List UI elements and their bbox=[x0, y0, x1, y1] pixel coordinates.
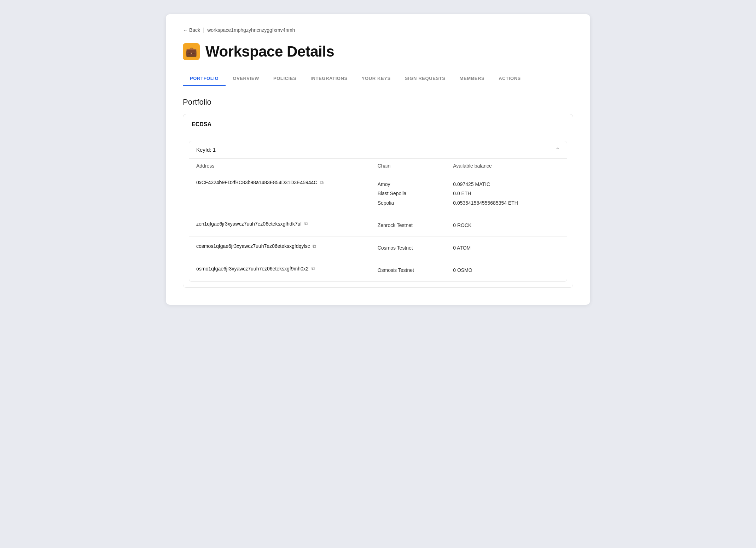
chain-name: Sepolia bbox=[378, 198, 439, 208]
back-button[interactable]: ← Back bbox=[183, 27, 200, 33]
address-cell: cosmos1qfgae6jr3xyawcz7uuh7ez06eteksxgfd… bbox=[189, 237, 371, 259]
key-header[interactable]: KeyId: 1 ⌃ bbox=[189, 141, 567, 158]
chevron-up-icon: ⌃ bbox=[556, 147, 560, 152]
address-cell: zen1qfgae6jr3xyawcz7uuh7ez06eteksxgfhdk7… bbox=[189, 214, 371, 237]
workspace-icon: 💼 bbox=[183, 43, 200, 60]
tab-integrations[interactable]: INTEGRATIONS bbox=[303, 71, 354, 86]
table-row: 0xCF4324b9FD2fBC83b98a1483E854D31D3E4594… bbox=[189, 173, 567, 214]
tab-nav: PORTFOLIO OVERVIEW POLICIES INTEGRATIONS… bbox=[183, 71, 573, 86]
tab-your-keys[interactable]: YOUR KEYS bbox=[355, 71, 398, 86]
address-cell: osmo1qfgae6jr3xyawcz7uuh7ez06eteksxgf9mh… bbox=[189, 259, 371, 281]
chain-name: Blast Sepolia bbox=[378, 189, 439, 198]
balance-cell: 0 ATOM bbox=[446, 237, 567, 259]
key-section: KeyId: 1 ⌃ Address Chain Available balan… bbox=[189, 141, 567, 282]
balance-cell: 0 OSMO bbox=[446, 259, 567, 281]
portfolio-card-title: ECDSA bbox=[183, 114, 573, 135]
tab-sign-requests[interactable]: SIGN REQUESTS bbox=[398, 71, 453, 86]
balance-value: 0.097425 MATIC bbox=[453, 180, 560, 189]
chain-cell: AmoyBlast SepoliaSepolia bbox=[371, 173, 446, 214]
tab-actions[interactable]: ACTIONS bbox=[492, 71, 528, 86]
chain-name: Amoy bbox=[378, 180, 439, 189]
table-row: osmo1qfgae6jr3xyawcz7uuh7ez06eteksxgf9mh… bbox=[189, 259, 567, 281]
chain-cell: Cosmos Testnet bbox=[371, 237, 446, 259]
address-table: Address Chain Available balance 0xCF4324… bbox=[189, 158, 567, 282]
copy-icon[interactable]: ⧉ bbox=[304, 221, 308, 227]
col-header-address: Address bbox=[189, 158, 371, 173]
page-title: Workspace Details bbox=[205, 43, 334, 60]
balance-value: 0.053541584555685354 ETH bbox=[453, 198, 560, 208]
tab-members[interactable]: MEMBERS bbox=[453, 71, 492, 86]
table-row: zen1qfgae6jr3xyawcz7uuh7ez06eteksxgfhdk7… bbox=[189, 214, 567, 237]
address-text: zen1qfgae6jr3xyawcz7uuh7ez06eteksxgfhdk7… bbox=[196, 221, 302, 227]
chain-cell: Zenrock Testnet bbox=[371, 214, 446, 237]
balance-value: 0 ATOM bbox=[453, 243, 560, 253]
balance-cell: 0.097425 MATIC0.0 ETH0.05354158455568535… bbox=[446, 173, 567, 214]
key-label: KeyId: 1 bbox=[196, 147, 216, 153]
breadcrumb: ← Back | workspace1mphgzyhncnzyggfxmv4nm… bbox=[183, 27, 573, 33]
tab-portfolio[interactable]: PORTFOLIO bbox=[183, 71, 226, 86]
col-header-chain: Chain bbox=[371, 158, 446, 173]
copy-icon[interactable]: ⧉ bbox=[312, 266, 315, 272]
address-cell: 0xCF4324b9FD2fBC83b98a1483E854D31D3E4594… bbox=[189, 173, 371, 214]
balance-value: 0 ROCK bbox=[453, 221, 560, 230]
section-title: Portfolio bbox=[183, 98, 573, 107]
balance-value: 0.0 ETH bbox=[453, 189, 560, 198]
chain-cell: Osmosis Testnet bbox=[371, 259, 446, 281]
page-header: 💼 Workspace Details bbox=[183, 43, 573, 60]
chain-name: Cosmos Testnet bbox=[378, 243, 439, 253]
chain-name: Osmosis Testnet bbox=[378, 266, 439, 275]
copy-icon[interactable]: ⧉ bbox=[313, 243, 316, 249]
col-header-balance: Available balance bbox=[446, 158, 567, 173]
tab-policies[interactable]: POLICIES bbox=[266, 71, 303, 86]
main-card: ← Back | workspace1mphgzyhncnzyggfxmv4nm… bbox=[166, 14, 590, 305]
balance-value: 0 OSMO bbox=[453, 266, 560, 275]
table-row: cosmos1qfgae6jr3xyawcz7uuh7ez06eteksxgfd… bbox=[189, 237, 567, 259]
breadcrumb-separator: | bbox=[203, 27, 204, 33]
copy-icon[interactable]: ⧉ bbox=[320, 180, 324, 186]
chain-name: Zenrock Testnet bbox=[378, 221, 439, 230]
address-text: osmo1qfgae6jr3xyawcz7uuh7ez06eteksxgf9mh… bbox=[196, 266, 309, 272]
tab-overview[interactable]: OVERVIEW bbox=[226, 71, 266, 86]
portfolio-card: ECDSA KeyId: 1 ⌃ Address Chain Available… bbox=[183, 114, 573, 288]
address-text: 0xCF4324b9FD2fBC83b98a1483E854D31D3E4594… bbox=[196, 180, 317, 185]
address-text: cosmos1qfgae6jr3xyawcz7uuh7ez06eteksxgfd… bbox=[196, 243, 310, 249]
balance-cell: 0 ROCK bbox=[446, 214, 567, 237]
breadcrumb-path: workspace1mphgzyhncnzyggfxmv4nmh bbox=[207, 27, 295, 33]
